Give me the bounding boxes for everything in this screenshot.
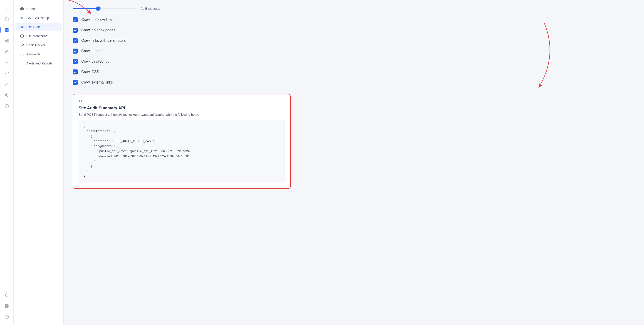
trend-icon[interactable] (2, 58, 11, 67)
checkbox-noindex-label: Crawl noindex pages (81, 28, 115, 32)
checkbox-nofollow-label: Crawl nofollow links (81, 18, 113, 22)
svg-rect-8 (6, 40, 7, 42)
api-description: Send POST request to https://sitechecker… (78, 113, 285, 116)
svg-rect-9 (8, 39, 8, 42)
sidebar-item-rank-tracker[interactable]: Rank Tracker (16, 41, 62, 49)
keywords-icon (20, 52, 24, 56)
checkbox-list: Crawl nofollow links Crawl noindex pages… (73, 17, 598, 85)
sidebar-item-site-audit[interactable]: Site Audit (16, 23, 62, 31)
monitoring-icon (20, 34, 24, 38)
svg-line-12 (6, 83, 8, 86)
sidebar-item-label: Site Monitoring (26, 34, 48, 38)
api-tag: API (78, 100, 285, 103)
wand-icon[interactable] (2, 80, 11, 89)
main-content: 2 / 5 requests Crawl nofollow links Craw… (64, 0, 608, 325)
plus-circle-icon[interactable] (2, 102, 11, 111)
icon-nav (0, 0, 14, 325)
svg-point-10 (5, 50, 8, 53)
pin-icon[interactable] (2, 91, 11, 100)
checkbox-noindex[interactable]: Crawl noindex pages (73, 28, 598, 33)
svg-rect-4 (7, 28, 8, 29)
checkbox-box[interactable] (73, 28, 78, 33)
chart-bar-icon[interactable] (2, 36, 11, 45)
checkbox-css[interactable]: Crawl CSS (73, 69, 598, 74)
checkbox-box[interactable] (73, 38, 78, 43)
checkbox-box[interactable] (73, 17, 78, 22)
sidebar-item-label: Domain (26, 7, 37, 11)
menu-icon[interactable] (2, 4, 11, 13)
google-icon: G (20, 16, 24, 20)
checkbox-images[interactable]: Crawl images (73, 48, 598, 53)
checkbox-box[interactable] (73, 80, 78, 85)
question-icon[interactable] (2, 312, 11, 321)
svg-point-29 (21, 53, 23, 55)
checkbox-external[interactable]: Crawl external links (73, 80, 598, 85)
circle-icon[interactable] (2, 47, 11, 56)
checkbox-external-label: Crawl external links (81, 80, 113, 84)
diamond-icon[interactable] (2, 291, 11, 300)
sidebar-item-label: Keywords (26, 52, 40, 56)
svg-line-30 (23, 55, 24, 56)
svg-rect-3 (5, 28, 6, 29)
svg-rect-5 (5, 30, 6, 31)
site-audit-icon (20, 25, 24, 29)
svg-point-13 (6, 94, 7, 95)
svg-rect-26 (20, 35, 24, 37)
checkbox-javascript[interactable]: Crawl JavaScript (73, 59, 598, 64)
checkbox-javascript-label: Crawl JavaScript (81, 59, 108, 63)
api-box: API Site Audit Summary API Send POST req… (73, 94, 291, 189)
checkbox-box[interactable] (73, 59, 78, 64)
sidebar: Domain G GA / GSC setup Site Audit Site … (14, 0, 64, 325)
slider-section: 2 / 5 requests (73, 7, 598, 10)
sidebar-item-domain[interactable]: Domain (16, 4, 62, 13)
api-title: Site Audit Summary API (78, 106, 285, 110)
sidebar-item-label: Rank Tracker (26, 43, 45, 47)
checkbox-box[interactable] (73, 48, 78, 53)
checkbox-parameters[interactable]: Crawl links with parameters (73, 38, 598, 43)
svg-point-11 (6, 51, 7, 52)
sidebar-item-label: GA / GSC setup (26, 16, 49, 20)
sidebar-item-label: Alerts and Reports (26, 61, 53, 65)
svg-rect-7 (5, 41, 6, 42)
domain-icon (20, 7, 24, 11)
checkbox-parameters-label: Crawl links with parameters (81, 38, 126, 43)
slider-fill (73, 8, 98, 9)
link-icon[interactable] (2, 69, 11, 78)
svg-marker-17 (5, 294, 8, 297)
checkbox-box[interactable] (73, 69, 78, 74)
table-icon[interactable] (2, 302, 11, 311)
slider-label: 2 / 5 requests (141, 7, 160, 10)
sidebar-item-site-monitoring[interactable]: Site Monitoring (16, 32, 62, 40)
api-code-block[interactable]: { "dataActions": [ { "action": "SITE_AUD… (78, 120, 285, 183)
svg-rect-6 (7, 30, 8, 31)
slider-thumb[interactable] (96, 6, 100, 11)
checkbox-nofollow[interactable]: Crawl nofollow links (73, 17, 598, 22)
checkbox-css-label: Crawl CSS (81, 70, 99, 74)
dashboard-icon[interactable] (2, 25, 11, 34)
checkbox-images-label: Crawl images (81, 49, 103, 53)
sidebar-item-alerts-reports[interactable]: Alerts and Reports (16, 59, 62, 68)
slider-track[interactable] (73, 8, 136, 9)
right-panel (608, 0, 644, 325)
alerts-icon (20, 61, 24, 65)
sidebar-item-ga-gsc[interactable]: G GA / GSC setup (16, 14, 62, 22)
sidebar-item-keywords[interactable]: Keywords (16, 50, 62, 58)
home-icon[interactable] (2, 14, 11, 23)
sidebar-item-label: Site Audit (26, 25, 40, 29)
rank-tracker-icon (20, 43, 24, 47)
